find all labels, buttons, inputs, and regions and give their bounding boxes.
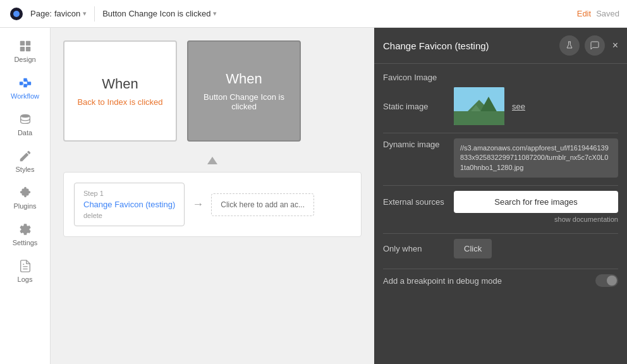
dynamic-image-row: Dynamic image //s3.amazonaws.com/appfore… — [383, 138, 618, 178]
sidebar-item-data[interactable]: Data — [0, 106, 50, 143]
panel-icon-btn-2[interactable] — [585, 35, 605, 56]
plugins-label: Plugins — [13, 202, 36, 210]
svg-rect-19 — [454, 111, 504, 125]
sidebar-item-logs[interactable]: Logs — [0, 253, 50, 289]
page-selector[interactable]: Page: favicon ▾ — [30, 9, 87, 18]
settings-label: Settings — [13, 239, 38, 246]
when-desc-2: Button Change Icon is clicked — [196, 92, 292, 111]
design-label: Design — [14, 56, 35, 63]
static-image-row: Static image see — [383, 87, 618, 125]
plugins-icon — [18, 186, 32, 200]
external-sources-row: External sources Search for free images — [383, 191, 618, 213]
when-card-2[interactable]: When Button Change Icon is clicked — [187, 40, 301, 142]
divider-4 — [383, 269, 618, 269]
sidebar-item-styles[interactable]: Styles — [0, 143, 50, 179]
panel-icon-btn-1[interactable] — [559, 35, 580, 56]
breakpoint-toggle[interactable] — [595, 274, 618, 287]
svg-rect-9 — [27, 82, 30, 85]
divider-1 — [383, 133, 618, 133]
show-documentation-link[interactable]: show documentation — [383, 215, 618, 223]
step-arrow-icon: → — [192, 198, 204, 211]
breakpoint-toggle-knob — [607, 276, 617, 286]
step-title: Change Favicon (testing) — [83, 200, 175, 209]
panel-body: Favicon Image Static image see — [374, 64, 627, 296]
edit-button[interactable]: Edit — [577, 9, 591, 18]
panel-header: Change Favicon (testing) × — [374, 28, 627, 64]
when-card-1[interactable]: When Back to Index is clicked — [63, 40, 177, 142]
dynamic-image-value[interactable]: //s3.amazonaws.com/appforest_uf/f1619446… — [454, 138, 618, 178]
svg-point-13 — [20, 114, 30, 118]
sidebar-item-design[interactable]: Design — [0, 33, 50, 70]
page-label: Page: — [30, 9, 52, 18]
favicon-image-label: Favicon Image — [383, 73, 618, 82]
svg-line-11 — [27, 80, 27, 83]
divider-2 — [383, 185, 618, 186]
svg-rect-7 — [23, 78, 27, 82]
data-icon — [18, 112, 32, 126]
svg-rect-4 — [20, 47, 24, 51]
logs-label: Logs — [18, 276, 33, 283]
step-area: Step 1 Change Favicon (testing) delete →… — [63, 172, 362, 237]
sidebar-item-workflow[interactable]: Workflow — [0, 70, 50, 106]
topbar: Page: favicon ▾ Button Change Icon is cl… — [0, 0, 627, 28]
sidebar-item-plugins[interactable]: Plugins — [0, 179, 50, 216]
when-desc-1: Back to Index is clicked — [77, 97, 162, 107]
workflow-icon — [18, 76, 32, 90]
page-name: favicon — [54, 9, 80, 18]
chat-icon — [590, 40, 600, 51]
step-add[interactable]: Click here to add an ac... — [211, 193, 314, 216]
breakpoint-row: Add a breakpoint in debug mode — [383, 274, 618, 287]
canvas: When Back to Index is clicked When Butto… — [51, 28, 374, 364]
panel: Change Favicon (testing) × Favicon Image… — [374, 28, 627, 364]
mountain-svg — [454, 87, 504, 125]
workflow-selector[interactable]: Button Change Icon is clicked ▾ — [102, 9, 572, 18]
external-sources-label: External sources — [383, 197, 446, 207]
styles-icon — [18, 149, 32, 163]
flask-icon — [564, 40, 575, 51]
divider-3 — [383, 233, 618, 234]
when-label-2: When — [226, 71, 262, 87]
panel-title: Change Favicon (testing) — [383, 40, 554, 51]
styles-label: Styles — [16, 166, 35, 173]
saved-status: Saved — [596, 9, 619, 18]
data-label: Data — [18, 129, 32, 136]
dynamic-image-label: Dynamic image — [383, 138, 446, 149]
static-image-thumbnail[interactable] — [454, 87, 504, 125]
arrow-connector — [63, 154, 362, 167]
svg-line-12 — [27, 83, 27, 86]
svg-rect-8 — [23, 84, 27, 88]
step-number: Step 1 — [83, 190, 175, 197]
main-layout: Design Workflow Data — [0, 28, 627, 364]
static-image-label: Static image — [383, 102, 446, 111]
topbar-divider — [94, 6, 95, 21]
when-cards: When Back to Index is clicked When Butto… — [63, 40, 362, 142]
svg-point-1 — [13, 11, 20, 17]
svg-rect-5 — [25, 47, 30, 51]
step-delete[interactable]: delete — [83, 212, 175, 219]
svg-rect-3 — [25, 41, 30, 46]
svg-rect-6 — [19, 82, 22, 85]
workflow-name: Button Change Icon is clicked — [102, 9, 210, 18]
when-label-1: When — [102, 76, 138, 92]
search-free-images-button[interactable]: Search for free images — [454, 191, 618, 213]
logs-icon — [18, 259, 32, 273]
see-link[interactable]: see — [512, 102, 525, 111]
panel-close-button[interactable]: × — [612, 40, 618, 51]
only-when-row: Only when Click — [383, 239, 618, 258]
page-chevron: ▾ — [83, 9, 87, 18]
svg-rect-2 — [20, 41, 24, 46]
workflow-chevron: ▾ — [213, 9, 217, 18]
settings-icon — [18, 222, 32, 236]
only-when-value[interactable]: Click — [454, 239, 492, 258]
arrow-up-icon — [207, 157, 217, 164]
sidebar-item-settings[interactable]: Settings — [0, 216, 50, 253]
design-icon — [18, 39, 32, 53]
step-box[interactable]: Step 1 Change Favicon (testing) delete — [74, 183, 185, 226]
sidebar: Design Workflow Data — [0, 28, 51, 364]
only-when-label: Only when — [383, 244, 446, 253]
workflow-area: When Back to Index is clicked When Butto… — [51, 28, 374, 250]
workflow-label: Workflow — [11, 92, 39, 100]
breakpoint-label: Add a breakpoint in debug mode — [383, 276, 588, 286]
logo — [8, 5, 25, 23]
